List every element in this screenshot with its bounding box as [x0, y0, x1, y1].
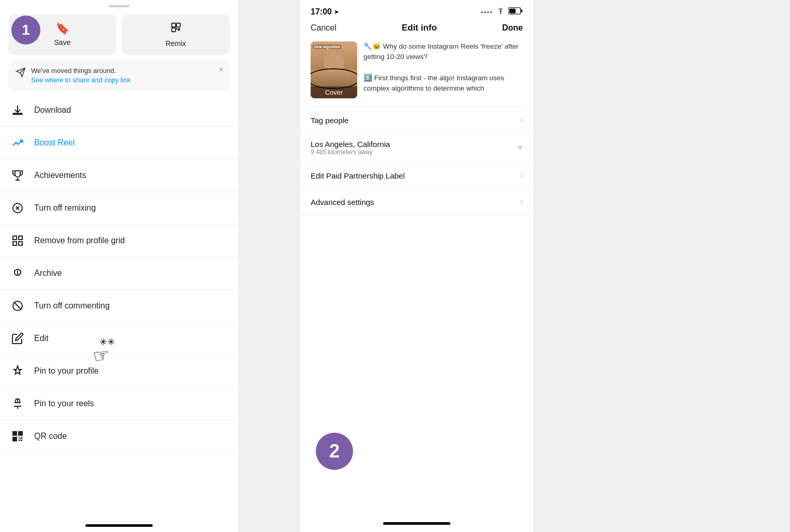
remix-label: Remix: [166, 39, 186, 48]
content-preview: Dear algorithm Cover 🔧🐱 Why do some Inst…: [300, 39, 533, 107]
chevron-right-icon-2: ›: [520, 171, 523, 180]
drag-handle[interactable]: [109, 5, 129, 7]
pin-profile-label: Pin to your profile: [34, 366, 99, 376]
gap-spacer: [238, 0, 269, 532]
achievements-label: Achievements: [34, 171, 86, 180]
notice-close-button[interactable]: ×: [219, 65, 224, 75]
location-distance: 9 485 kilometers away: [311, 149, 390, 156]
status-bar: 17:00 ➤ ●●●●: [300, 0, 533, 21]
pin-reels-icon: [10, 396, 25, 411]
download-label: Download: [34, 106, 71, 115]
menu-item-remove-from-grid[interactable]: Remove from profile grid: [0, 225, 238, 257]
menu-item-download[interactable]: Download: [0, 94, 238, 127]
svg-rect-1: [176, 23, 180, 27]
advanced-settings-row[interactable]: Advanced settings ›: [300, 189, 533, 215]
svg-rect-5: [13, 236, 17, 240]
svg-rect-0: [171, 23, 175, 27]
advanced-settings-label: Advanced settings: [311, 198, 374, 206]
caption-text[interactable]: 🔧🐱 Why do some Instagram Reels 'freeze' …: [363, 41, 523, 94]
save-label: Save: [54, 38, 71, 47]
menu-item-edit[interactable]: Edit: [0, 322, 238, 355]
archive-label: Archive: [34, 269, 62, 278]
menu-item-achievements[interactable]: Achievements: [0, 159, 238, 192]
svg-rect-17: [14, 438, 16, 440]
step-2-badge: 2: [316, 433, 353, 470]
qr-code-label: QR code: [34, 432, 67, 441]
circle-x-icon: [10, 201, 25, 215]
pin-profile-icon: [10, 364, 25, 378]
edit-partnership-row[interactable]: Edit Paid Partnership Label ›: [300, 162, 533, 189]
qr-icon: [10, 429, 25, 444]
boost-icon: [10, 136, 25, 150]
svg-rect-15: [20, 433, 21, 434]
edit-info-panel: 17:00 ➤ ●●●● Cancel Edit: [300, 0, 533, 532]
done-button[interactable]: Done: [502, 23, 523, 33]
menu-item-qr-code[interactable]: QR code: [0, 420, 238, 453]
menu-item-pin-reels[interactable]: Pin to your reels: [0, 388, 238, 420]
remove-from-grid-label: Remove from profile grid: [34, 236, 125, 245]
turn-off-commenting-label: Turn off commenting: [34, 301, 110, 311]
share-icon: [16, 67, 26, 80]
svg-rect-6: [19, 236, 22, 240]
location-info: Los Angeles, California 9 485 kilometers…: [311, 140, 390, 156]
edit-label: Edit: [34, 334, 49, 343]
pin-reels-label: Pin to your reels: [34, 399, 94, 408]
pencil-icon: [10, 331, 25, 346]
menu-list: Download Boost Reel Achievements: [0, 94, 238, 520]
notice-content: We've moved things around. See where to …: [31, 66, 130, 85]
location-name: Los Angeles, California: [311, 140, 390, 149]
grid-icon: [10, 233, 25, 248]
location-arrow-icon: ➤: [334, 8, 339, 16]
remix-icon: [170, 22, 182, 36]
turn-off-remixing-label: Turn off remixing: [34, 203, 96, 213]
status-time: 17:00: [311, 7, 332, 17]
location-row[interactable]: Los Angeles, California 9 485 kilometers…: [300, 134, 533, 162]
menu-item-pin-profile[interactable]: Pin to your profile: [0, 355, 238, 388]
cover-label: Cover: [311, 86, 357, 98]
remix-button[interactable]: Remix: [122, 14, 230, 55]
battery-icon: [508, 7, 523, 17]
menu-item-boost-reel[interactable]: Boost Reel: [0, 127, 238, 159]
boost-reel-label: Boost Reel: [34, 138, 75, 147]
cover-text-overlay: Dear algorithm: [313, 45, 341, 49]
home-indicator-left: [85, 524, 153, 527]
cover-thumbnail[interactable]: Dear algorithm Cover: [311, 41, 357, 98]
edit-partnership-label: Edit Paid Partnership Label: [311, 171, 405, 180]
svg-rect-21: [509, 9, 516, 13]
no-comment-icon: [10, 299, 25, 313]
svg-rect-2: [171, 28, 175, 32]
archive-icon: [10, 266, 25, 280]
bottom-sheet-panel: 1 🔖 Save Remix We: [0, 0, 238, 532]
save-icon: 🔖: [55, 22, 69, 35]
svg-rect-8: [19, 242, 22, 245]
step-1-badge: 1: [11, 16, 40, 45]
trophy-icon: [10, 168, 25, 183]
location-remove-button[interactable]: ×: [517, 142, 523, 153]
menu-item-turn-off-remixing[interactable]: Turn off remixing: [0, 192, 238, 225]
dots-icon: ●●●●: [481, 10, 493, 14]
notice-text-main: We've moved things around.: [31, 67, 116, 75]
svg-rect-7: [13, 242, 17, 245]
edit-info-title: Edit info: [402, 23, 437, 33]
tag-people-label: Tag people: [311, 116, 348, 125]
download-icon: [10, 103, 25, 117]
status-icons: ●●●●: [481, 7, 523, 17]
tag-people-row[interactable]: Tag people ›: [300, 107, 533, 134]
svg-rect-13: [14, 433, 16, 434]
chevron-right-icon: ›: [520, 115, 523, 125]
svg-point-18: [500, 13, 501, 14]
menu-item-turn-off-commenting[interactable]: Turn off commenting: [0, 290, 238, 322]
notice-link[interactable]: See where to share and copy link: [31, 76, 130, 85]
svg-rect-3: [13, 113, 22, 114]
chevron-right-icon-3: ›: [520, 197, 523, 206]
notice-bar: We've moved things around. See where to …: [8, 60, 230, 91]
menu-item-archive[interactable]: Archive: [0, 257, 238, 290]
cancel-button[interactable]: Cancel: [311, 23, 337, 33]
home-indicator-right: [383, 522, 450, 525]
wifi-icon: [496, 7, 505, 17]
svg-rect-20: [521, 9, 523, 12]
edit-info-header: Cancel Edit info Done: [300, 21, 533, 39]
